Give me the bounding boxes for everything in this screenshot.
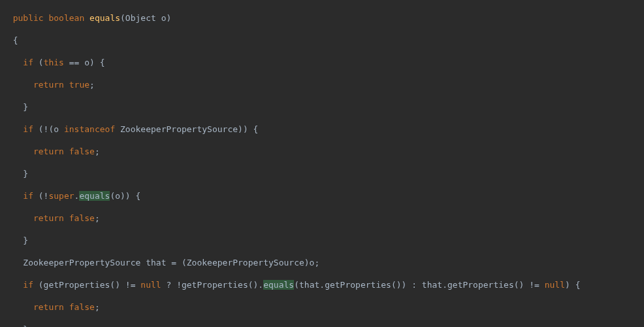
- code-line[interactable]: if (this == o) {: [0, 57, 644, 68]
- brace: }: [23, 324, 28, 327]
- code-line[interactable]: }: [0, 235, 644, 246]
- keyword: if: [23, 58, 33, 67]
- brace: }: [23, 169, 28, 179]
- code-text: ZookeeperPropertySource)) {: [115, 124, 258, 134]
- keyword: if: [23, 280, 33, 290]
- brace: }: [23, 235, 28, 245]
- keyword: this: [44, 58, 64, 67]
- keyword: return: [33, 213, 64, 223]
- code-line[interactable]: }: [0, 101, 644, 112]
- keyword: return: [33, 146, 64, 156]
- keyword: null: [545, 280, 565, 290]
- code-text: == o) {: [64, 58, 105, 67]
- keyword: return: [33, 80, 64, 90]
- code-line[interactable]: return false;: [0, 213, 644, 224]
- method-name: equals: [89, 13, 120, 23]
- code-line[interactable]: }: [0, 324, 644, 327]
- code-text: ? !getProperties().: [161, 280, 264, 290]
- code-line[interactable]: if (!(o instanceof ZookeeperPropertySour…: [0, 124, 644, 135]
- code-line[interactable]: return false;: [0, 146, 644, 157]
- keyword: return: [33, 302, 64, 312]
- code-line[interactable]: {: [0, 35, 644, 46]
- code-line[interactable]: if (getProperties() != null ? !getProper…: [0, 279, 644, 290]
- code-line[interactable]: if (!super.equals(o)) {: [0, 190, 644, 201]
- keyword: false: [69, 213, 95, 223]
- code-text: (that.getProperties()) : that.getPropert…: [294, 280, 545, 290]
- keyword: public: [13, 13, 44, 23]
- keyword: boolean: [48, 13, 84, 23]
- code-line[interactable]: }: [0, 168, 644, 179]
- code-text: (!: [33, 191, 48, 201]
- code-text: (getProperties() !=: [33, 280, 140, 290]
- keyword: true: [69, 80, 89, 90]
- code-text: ZookeeperPropertySource that = (Zookeepe…: [23, 258, 319, 267]
- code-text: (Object o): [120, 13, 171, 23]
- highlight-occurrence: equals: [263, 280, 294, 290]
- keyword: null: [140, 280, 161, 290]
- brace: {: [13, 35, 18, 45]
- highlight-occurrence: equals: [79, 191, 110, 201]
- keyword: super: [48, 191, 74, 201]
- code-text: (!(o: [33, 124, 64, 134]
- code-line[interactable]: public boolean equals(Object o): [0, 12, 644, 24]
- brace: }: [23, 102, 28, 112]
- code-line[interactable]: return true;: [0, 79, 644, 90]
- keyword: if: [23, 124, 33, 134]
- code-text: ) {: [565, 280, 580, 290]
- code-line[interactable]: return false;: [0, 301, 644, 313]
- keyword: instanceof: [64, 124, 115, 134]
- keyword: false: [69, 302, 95, 312]
- keyword: false: [69, 146, 95, 156]
- code-text: (o)) {: [110, 191, 140, 201]
- code-editor[interactable]: public boolean equals(Object o) { if (th…: [0, 0, 644, 327]
- keyword: if: [23, 191, 33, 201]
- code-line[interactable]: ZookeeperPropertySource that = (Zookeepe…: [0, 257, 644, 268]
